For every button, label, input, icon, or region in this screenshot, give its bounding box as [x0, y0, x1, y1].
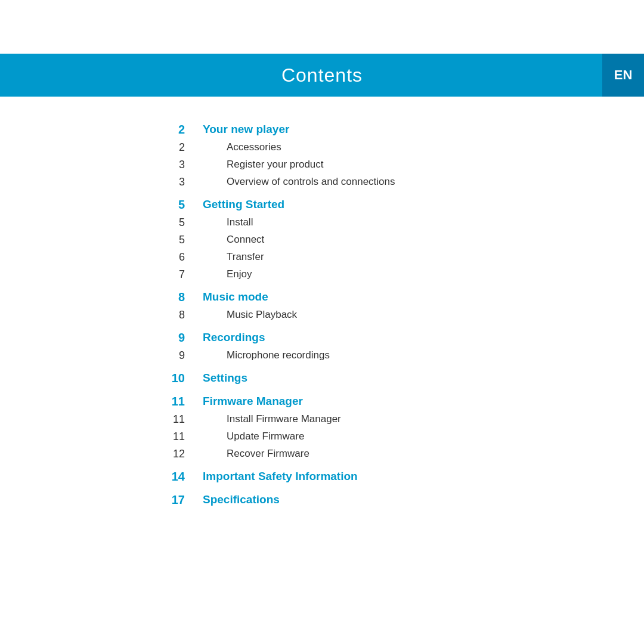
- toc-page-number: 3: [167, 156, 203, 174]
- list-item: 17Specifications: [167, 491, 525, 509]
- list-item: 8Music Playback: [167, 306, 525, 324]
- toc-page-number: 5: [167, 231, 203, 249]
- toc-entry-label: Enjoy: [203, 266, 525, 283]
- toc-entry-label: Important Safety Information: [203, 467, 525, 486]
- toc-page-number: 8: [167, 288, 203, 306]
- toc-entry-label: Specifications: [203, 491, 525, 509]
- toc-page-number: 8: [167, 306, 203, 324]
- page: Contents EN 2Your new player2Accessories…: [0, 54, 644, 644]
- list-item: 12Recover Firmware: [167, 445, 525, 463]
- toc-page-number: 6: [167, 249, 203, 266]
- toc-content: 2Your new player2Accessories3Register yo…: [0, 97, 644, 509]
- toc-entry-label: Transfer: [203, 249, 525, 266]
- list-item: 5Install: [167, 214, 525, 231]
- toc-page-number: 11: [167, 428, 203, 445]
- toc-entry-label: Accessories: [203, 139, 525, 156]
- toc-page-number: 2: [167, 139, 203, 156]
- toc-entry-label: Update Firmware: [203, 428, 525, 445]
- list-item: 8Music mode: [167, 288, 525, 306]
- header-title: Contents: [12, 64, 632, 86]
- toc-page-number: 9: [167, 329, 203, 347]
- list-item: 2Accessories: [167, 139, 525, 156]
- list-item: 5Connect: [167, 231, 525, 249]
- list-item: 11Firmware Manager: [167, 392, 525, 411]
- toc-entry-label: Recover Firmware: [203, 445, 525, 463]
- toc-entry-label: Install: [203, 214, 525, 231]
- toc-table: 2Your new player2Accessories3Register yo…: [167, 120, 525, 509]
- toc-entry-label: Getting Started: [203, 196, 525, 214]
- list-item: 3Register your product: [167, 156, 525, 174]
- toc-entry-label: Firmware Manager: [203, 392, 525, 411]
- toc-page-number: 17: [167, 491, 203, 509]
- toc-entry-label: Music Playback: [203, 306, 525, 324]
- toc-page-number: 10: [167, 369, 203, 388]
- toc-entry-label: Recordings: [203, 329, 525, 347]
- toc-page-number: 9: [167, 347, 203, 364]
- toc-page-number: 11: [167, 411, 203, 428]
- list-item: 10Settings: [167, 369, 525, 388]
- toc-entry-label: Connect: [203, 231, 525, 249]
- list-item: 5Getting Started: [167, 196, 525, 214]
- list-item: 3Overview of controls and connections: [167, 174, 525, 191]
- list-item: 14Important Safety Information: [167, 467, 525, 486]
- toc-page-number: 7: [167, 266, 203, 283]
- toc-page-number: 11: [167, 392, 203, 411]
- toc-entry-label: Settings: [203, 369, 525, 388]
- toc-page-number: 5: [167, 196, 203, 214]
- header-bar: Contents EN: [0, 54, 644, 97]
- list-item: 2Your new player: [167, 120, 525, 139]
- toc-entry-label: Your new player: [203, 120, 525, 139]
- toc-page-number: 3: [167, 174, 203, 191]
- list-item: 9Microphone recordings: [167, 347, 525, 364]
- language-badge: EN: [602, 54, 644, 97]
- toc-entry-label: Register your product: [203, 156, 525, 174]
- list-item: 11Install Firmware Manager: [167, 411, 525, 428]
- toc-page-number: 5: [167, 214, 203, 231]
- toc-page-number: 14: [167, 467, 203, 486]
- toc-page-number: 12: [167, 445, 203, 463]
- list-item: 11Update Firmware: [167, 428, 525, 445]
- toc-entry-label: Overview of controls and connections: [203, 174, 525, 191]
- toc-entry-label: Music mode: [203, 288, 525, 306]
- toc-page-number: 2: [167, 120, 203, 139]
- toc-entry-label: Microphone recordings: [203, 347, 525, 364]
- list-item: 9Recordings: [167, 329, 525, 347]
- list-item: 7Enjoy: [167, 266, 525, 283]
- list-item: 6Transfer: [167, 249, 525, 266]
- toc-entry-label: Install Firmware Manager: [203, 411, 525, 428]
